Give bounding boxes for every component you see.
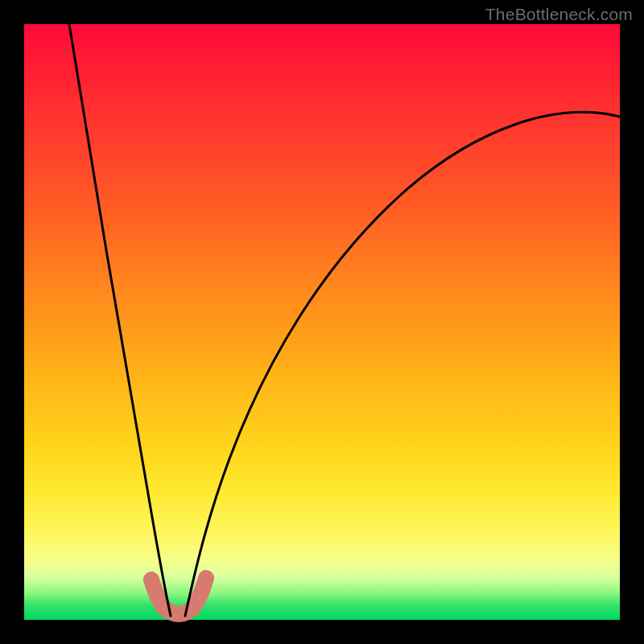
chart-svg [24, 24, 620, 620]
bump-dot [193, 590, 204, 601]
chart-frame: TheBottleneck.com [0, 0, 644, 644]
watermark-text: TheBottleneck.com [485, 5, 633, 24]
left-curve [69, 24, 171, 616]
right-curve [185, 112, 620, 616]
bump-dot [147, 576, 159, 588]
bump-dot [156, 600, 167, 611]
bump-dot [199, 574, 210, 585]
